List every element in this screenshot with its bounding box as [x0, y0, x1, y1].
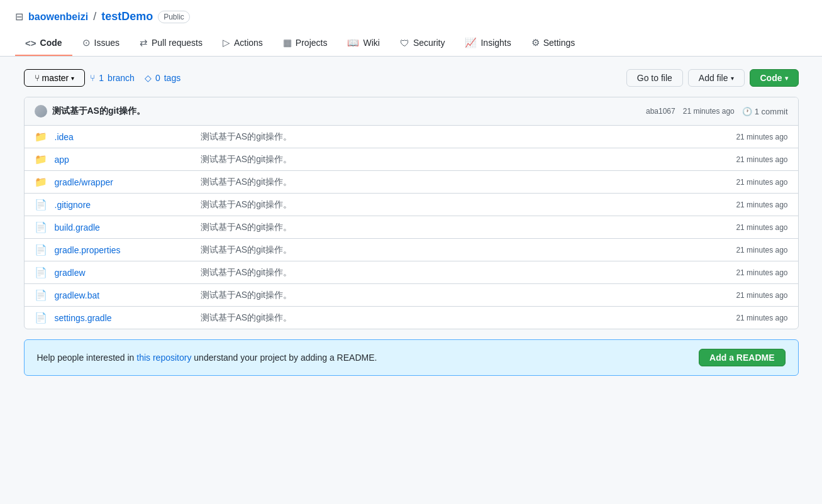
- file-commit-message: 测试基于AS的git操作。: [201, 267, 729, 278]
- tab-settings[interactable]: ⚙ Settings: [521, 31, 586, 56]
- tags-icon: ◇: [145, 73, 152, 83]
- tab-projects[interactable]: ▦ Projects: [273, 31, 338, 56]
- actions-icon: ▷: [223, 37, 230, 48]
- file-commit-message: 测试基于AS的git操作。: [201, 312, 729, 324]
- header-bar: ⊟ baowenbeizi / testDemo Public <> Code …: [0, 0, 822, 57]
- file-time: 21 minutes ago: [736, 155, 787, 164]
- file-rows-container: 📁 .idea 测试基于AS的git操作。 21 minutes ago 📁 a…: [25, 126, 798, 329]
- file-name-link[interactable]: settings.gradle: [55, 313, 193, 323]
- tab-actions[interactable]: ▷ Actions: [213, 31, 273, 56]
- file-name-link[interactable]: app: [55, 155, 193, 165]
- add-file-button[interactable]: Add file ▾: [688, 69, 745, 87]
- repo-separator: /: [93, 10, 96, 23]
- tab-wiki[interactable]: 📖 Wiki: [337, 31, 389, 56]
- branches-link[interactable]: ⑂ 1 branch: [90, 73, 135, 83]
- code-button-label: Code: [760, 73, 782, 83]
- chevron-down-icon: ▾: [71, 75, 74, 82]
- file-time: 21 minutes ago: [736, 291, 787, 300]
- file-commit-message: 测试基于AS的git操作。: [201, 154, 729, 165]
- code-button[interactable]: Code ▾: [750, 69, 799, 87]
- file-commit-message: 测试基于AS的git操作。: [201, 199, 729, 211]
- tab-pull-requests-label: Pull requests: [152, 38, 203, 48]
- branch-selector[interactable]: ⑂ master ▾: [24, 69, 86, 87]
- table-row: 📁 .idea 测试基于AS的git操作。 21 minutes ago: [25, 126, 798, 148]
- table-row: 📄 gradle.properties 测试基于AS的git操作。 21 min…: [25, 239, 798, 261]
- file-commit-message: 测试基于AS的git操作。: [201, 290, 729, 301]
- tab-pull-requests[interactable]: ⇄ Pull requests: [130, 31, 213, 56]
- file-commit-message: 测试基于AS的git操作。: [201, 222, 729, 233]
- table-row: 📁 gradle/wrapper 测试基于AS的git操作。 21 minute…: [25, 171, 798, 194]
- tab-security-label: Security: [413, 38, 445, 48]
- main-content: ⑂ master ▾ ⑂ 1 branch ◇ 0 tags Go to fil…: [9, 57, 814, 388]
- commits-count: 1 commit: [755, 107, 788, 116]
- tab-security[interactable]: 🛡 Security: [390, 31, 455, 56]
- file-table: 测试基于AS的git操作。 aba1067 21 minutes ago 🕐 1…: [24, 97, 799, 329]
- tab-issues[interactable]: ⊙ Issues: [72, 31, 130, 56]
- insights-icon: 📈: [465, 37, 477, 48]
- file-name-link[interactable]: gradle.properties: [55, 245, 193, 255]
- tab-settings-label: Settings: [543, 38, 575, 48]
- tab-wiki-label: Wiki: [363, 38, 379, 48]
- branch-link-icon: ⑂: [90, 73, 95, 83]
- file-icon: 📄: [35, 221, 47, 233]
- readme-text-before: Help people interested in: [37, 353, 135, 363]
- tab-insights-label: Insights: [480, 38, 511, 48]
- tab-projects-label: Projects: [296, 38, 328, 48]
- nav-tabs: <> Code ⊙ Issues ⇄ Pull requests ▷ Actio…: [15, 31, 807, 56]
- add-readme-button[interactable]: Add a README: [699, 349, 785, 366]
- security-icon: 🛡: [400, 38, 409, 48]
- wiki-icon: 📖: [347, 37, 359, 48]
- folder-icon: 📁: [35, 153, 47, 165]
- repo-owner-link[interactable]: baowenbeizi: [28, 11, 88, 23]
- toolbar: ⑂ master ▾ ⑂ 1 branch ◇ 0 tags Go to fil…: [24, 69, 799, 87]
- file-time: 21 minutes ago: [736, 314, 787, 322]
- projects-icon: ▦: [283, 37, 292, 48]
- file-time: 21 minutes ago: [736, 178, 787, 187]
- file-icon: 📄: [35, 289, 47, 301]
- visibility-badge: Public: [158, 11, 190, 23]
- file-time: 21 minutes ago: [736, 200, 787, 209]
- file-commit-message: 测试基于AS的git操作。: [201, 177, 729, 188]
- folder-icon: 📁: [35, 131, 47, 143]
- file-time: 21 minutes ago: [736, 246, 787, 255]
- readme-text: Help people interested in this repositor…: [37, 353, 377, 363]
- tab-insights[interactable]: 📈 Insights: [455, 31, 521, 56]
- commit-history-link[interactable]: 🕐 1 commit: [742, 107, 788, 116]
- issues-icon: ⊙: [82, 37, 91, 48]
- pull-requests-icon: ⇄: [140, 37, 148, 48]
- file-time: 21 minutes ago: [736, 223, 787, 232]
- branches-label: branch: [108, 73, 135, 83]
- tab-actions-label: Actions: [234, 38, 263, 48]
- tags-link[interactable]: ◇ 0 tags: [145, 73, 181, 83]
- repo-title: ⊟ baowenbeizi / testDemo Public: [15, 0, 807, 31]
- table-row: 📁 app 测试基于AS的git操作。 21 minutes ago: [25, 148, 798, 171]
- settings-icon: ⚙: [531, 37, 540, 48]
- commit-header-left: 测试基于AS的git操作。: [35, 105, 146, 118]
- file-time: 21 minutes ago: [736, 133, 787, 141]
- repo-icon: ⊟: [15, 11, 23, 23]
- file-name-link[interactable]: gradlew.bat: [55, 290, 193, 300]
- table-row: 📄 settings.gradle 测试基于AS的git操作。 21 minut…: [25, 307, 798, 329]
- file-name-link[interactable]: .gitignore: [55, 200, 193, 210]
- table-row: 📄 build.gradle 测试基于AS的git操作。 21 minutes …: [25, 216, 798, 239]
- file-commit-message: 测试基于AS的git操作。: [201, 244, 729, 256]
- file-icon: 📄: [35, 244, 47, 256]
- repo-name-link[interactable]: testDemo: [101, 10, 153, 23]
- file-name-link[interactable]: build.gradle: [55, 222, 193, 233]
- readme-text-middle: understand your project by adding a READ…: [194, 353, 377, 363]
- go-to-file-button[interactable]: Go to file: [626, 69, 683, 87]
- file-name-link[interactable]: gradle/wrapper: [55, 177, 193, 187]
- add-file-chevron-icon: ▾: [731, 75, 734, 82]
- table-row: 📄 gradlew 测试基于AS的git操作。 21 minutes ago: [25, 261, 798, 284]
- code-chevron-icon: ▾: [785, 75, 788, 82]
- file-time: 21 minutes ago: [736, 268, 787, 277]
- file-name-link[interactable]: gradlew: [55, 268, 193, 278]
- table-row: 📄 gradlew.bat 测试基于AS的git操作。 21 minutes a…: [25, 284, 798, 307]
- branch-icon: ⑂: [35, 73, 40, 83]
- readme-repo-link[interactable]: this repository: [136, 353, 191, 363]
- commit-header-right: aba1067 21 minutes ago 🕐 1 commit: [646, 107, 788, 116]
- folder-icon: 📁: [35, 176, 47, 188]
- branch-info: ⑂ 1 branch ◇ 0 tags: [90, 73, 621, 83]
- tab-code[interactable]: <> Code: [15, 31, 72, 56]
- file-name-link[interactable]: .idea: [55, 132, 193, 142]
